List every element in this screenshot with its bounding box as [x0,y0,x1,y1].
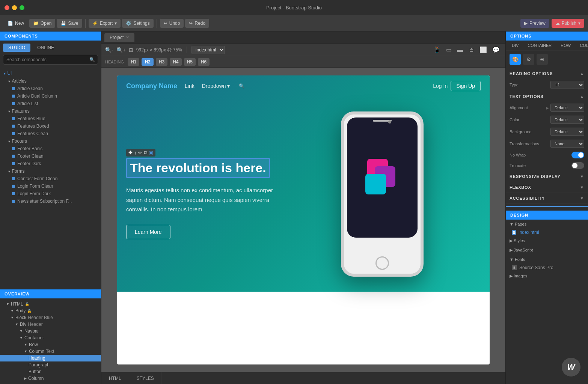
color-select[interactable]: Default [550,116,584,124]
overview-item-body[interactable]: Body 🔒 [0,307,101,314]
h4-button[interactable]: H4 [170,58,181,66]
overview-item-column[interactable]: Column [0,375,101,382]
select-icon[interactable]: ▣ [149,150,153,156]
nav-search-icon[interactable]: 🔍 [239,83,244,89]
copy-icon[interactable]: ⧉ [144,150,147,156]
nav-dropdown[interactable]: Dropdown ▾ [202,83,230,89]
h3-button[interactable]: H3 [156,58,167,66]
tab-online[interactable]: ONLINE [32,44,59,52]
up-icon[interactable]: ↑ [134,150,137,156]
list-item[interactable]: Features Blue [5,115,101,122]
bottom-tab-styles[interactable]: STYLES [129,372,162,384]
zoom-out-button[interactable]: 🔍- [105,47,113,53]
list-item[interactable]: Login Form Clean [5,182,101,190]
undo-button[interactable]: ↩ Undo [160,19,184,28]
tab-project[interactable]: Project ✕ [104,33,134,42]
publish-button[interactable]: ☁ Publish ▾ [552,19,584,28]
list-item[interactable]: Article Clean [5,85,101,92]
overview-item-paragraph[interactable]: Paragraph [0,361,101,368]
tablet-landscape-button[interactable]: ▬ [455,45,465,54]
tree-section-ui[interactable]: UI [0,69,101,77]
learn-more-button[interactable]: Learn More [126,225,170,239]
overview-item-row[interactable]: Row [0,341,101,348]
tab-studio[interactable]: STUDIO [3,44,30,52]
save-button[interactable]: 💾 Save [57,19,82,28]
overview-item-div[interactable]: Div Header [0,321,101,328]
flexbox-header[interactable]: FLEXBOX ▼ [506,182,588,193]
list-item[interactable]: Article Dual Column [5,92,101,100]
overview-item-block[interactable]: Block Header Blue [0,314,101,321]
redo-button[interactable]: ↪ Redo [185,19,209,28]
overview-item-container[interactable]: Container [0,334,101,341]
images-section-header[interactable]: ▶ Images [506,271,588,281]
nav-link[interactable]: Link [185,83,194,89]
list-item[interactable]: Features Boxed [5,122,101,130]
background-select[interactable]: Default [550,128,584,136]
h5-button[interactable]: H5 [184,58,196,66]
export-button[interactable]: ⚡ Export ▾ [89,19,121,28]
pages-section-header[interactable]: ▼ Pages [506,220,588,229]
rs-tab-div[interactable]: DIV [508,42,522,49]
search-input[interactable] [3,55,98,65]
heading-type-select[interactable]: H1 H2 H3 H4 H5 H6 [550,81,584,89]
list-item[interactable]: Footer Dark [5,160,101,167]
list-item[interactable]: Login Form Dark [5,190,101,197]
settings-icon-button[interactable]: ⚙ [523,54,534,65]
transformations-select[interactable]: None [550,140,584,148]
text-options-header[interactable]: TEXT OPTIONS ▲ [506,91,588,102]
new-button[interactable]: 📄 New [4,19,28,28]
filename-select[interactable]: index.html [191,46,225,54]
settings-button[interactable]: ⚙️ Settings [122,19,153,28]
open-button[interactable]: 📁 Open [29,19,55,28]
alignment-select[interactable]: Default Left Center Right [550,104,584,112]
list-item[interactable]: Newsletter Subscription F... [5,197,101,205]
rs-tab-column[interactable]: COLUMN [576,42,588,49]
list-item[interactable]: Features Clean [5,130,101,137]
mobile-portrait-button[interactable]: 📱 [431,45,443,54]
list-item[interactable]: Contact Form Clean [5,175,101,182]
preview-button[interactable]: ▶ Preview [520,19,549,28]
comment-button[interactable]: 💬 [490,45,502,54]
responsive-display-header[interactable]: RESPONSIVE DISPLAY ▼ [506,171,588,182]
tree-group-header-articles[interactable]: Articles [5,77,101,85]
rs-tab-container[interactable]: CONTAINER [524,42,555,49]
overview-item-column-text[interactable]: Column Text [0,348,101,355]
desktop-button[interactable]: 🖥 [466,45,476,54]
heading-options-header[interactable]: HEADING OPTIONS ▲ [506,68,588,79]
nowrap-toggle[interactable] [571,152,584,158]
h1-button[interactable]: H1 [128,58,139,66]
edit-icon[interactable]: ✏ [138,150,142,156]
minimize-button[interactable] [12,5,17,10]
rs-tab-row[interactable]: ROW [557,42,574,49]
page-heading[interactable]: The revolution is here. [130,160,266,176]
fonts-section-header[interactable]: ▼ Fonts [506,255,588,264]
tab-close-icon[interactable]: ✕ [126,35,129,40]
zoom-in-button[interactable]: 🔍+ [116,47,126,53]
list-item[interactable]: Footer Clean [5,152,101,160]
grid-button[interactable]: ⊞ [129,47,133,53]
tablet-portrait-button[interactable]: ▭ [444,45,454,54]
nav-login-button[interactable]: Log In [433,83,448,89]
styles-section-header[interactable]: ▶ Styles [506,236,588,245]
palette-button[interactable]: 🎨 [510,54,521,65]
page-paragraph[interactable]: Mauris egestas tellus non ex condimentum… [126,185,284,214]
move-icon[interactable]: ✥ [128,150,133,156]
javascript-section-header[interactable]: ▶ JavaScript [506,245,588,255]
overview-item-navbar[interactable]: Navbar [0,328,101,334]
h6-button[interactable]: H6 [198,58,210,66]
accessibility-header[interactable]: ACCESSIBILITY ▼ [506,193,588,203]
design-font-item[interactable]: B Source Sans Pro [506,264,588,271]
design-page-item[interactable]: 📄 index.html [506,229,588,236]
widescreen-button[interactable]: ⬜ [478,45,489,54]
tree-group-header-footers[interactable]: Footers [5,137,101,145]
list-item[interactable]: Article List [5,100,101,107]
h2-button[interactable]: H2 [142,58,153,66]
overview-item-heading[interactable]: Heading [0,355,101,361]
nav-signup-button[interactable]: Sign Up [451,81,481,91]
fullscreen-button[interactable] [20,5,24,10]
tree-group-header-features[interactable]: Features [5,107,101,115]
plus-circle-button[interactable]: ⊕ [537,54,548,65]
close-button[interactable] [5,5,9,10]
bottom-tab-html[interactable]: HTML [101,372,129,384]
nav-brand[interactable]: Company Name [126,82,177,90]
